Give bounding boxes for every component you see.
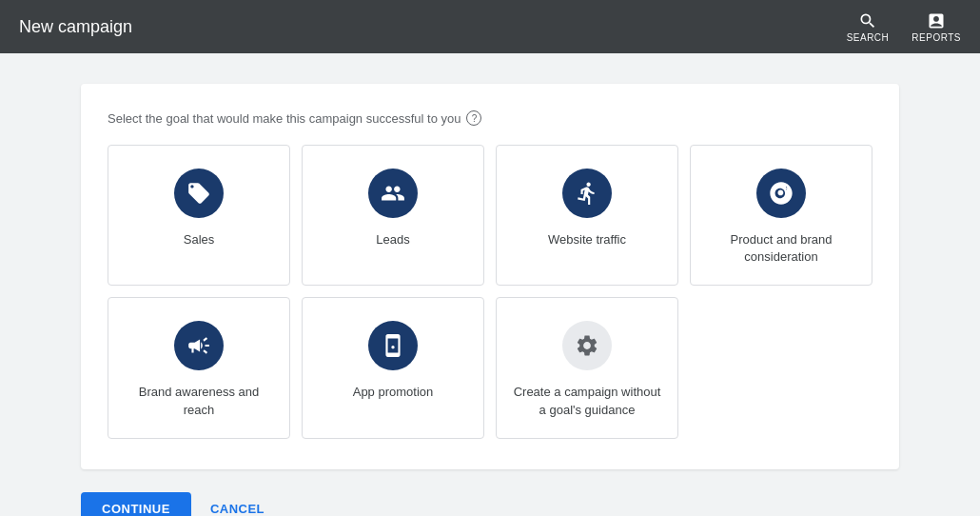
reports-button[interactable]: REPORTS — [911, 11, 961, 43]
goal-leads[interactable]: Leads — [302, 145, 484, 286]
continue-button[interactable]: CONTINUE — [81, 492, 191, 516]
product-brand-label: Product and brand consideration — [706, 231, 856, 266]
sales-icon-circle — [174, 169, 224, 218]
reports-icon — [927, 11, 946, 30]
info-icon[interactable]: ? — [466, 110, 481, 126]
no-guidance-icon-circle — [562, 321, 612, 370]
goals-row-1: Sales Leads Website traffic — [108, 145, 872, 286]
search-button[interactable]: SEARCH — [847, 11, 890, 43]
campaign-goal-card: Select the goal that would make this cam… — [81, 84, 899, 469]
goal-sales[interactable]: Sales — [108, 145, 290, 286]
website-traffic-label: Website traffic — [548, 231, 626, 248]
empty-slot — [690, 297, 872, 438]
gear-icon — [575, 333, 599, 358]
sales-label: Sales — [184, 231, 215, 248]
card-subtitle: Select the goal that would make this cam… — [108, 110, 872, 126]
goal-product-brand[interactable]: Product and brand consideration — [690, 145, 872, 286]
page-title: New campaign — [19, 17, 132, 37]
goal-website-traffic[interactable]: Website traffic — [496, 145, 678, 286]
brand-awareness-label: Brand awareness and reach — [124, 384, 274, 418]
goals-row-2: Brand awareness and reach App promotion — [108, 297, 872, 438]
goal-brand-awareness[interactable]: Brand awareness and reach — [108, 297, 290, 438]
mobile-icon — [381, 333, 405, 358]
app-promotion-icon-circle — [368, 321, 418, 370]
search-label: SEARCH — [847, 32, 890, 43]
product-brand-icon-circle — [756, 169, 806, 218]
bottom-actions: CONTINUE CANCEL — [81, 492, 899, 516]
tag-icon — [186, 181, 211, 206]
header: New campaign SEARCH REPORTS — [0, 0, 980, 53]
website-traffic-icon-circle — [562, 169, 612, 218]
search-icon — [858, 11, 877, 30]
reports-label: REPORTS — [911, 32, 961, 43]
leads-icon-circle — [368, 169, 418, 218]
brand-awareness-icon-circle — [174, 321, 224, 370]
goal-app-promotion[interactable]: App promotion — [302, 297, 484, 438]
no-guidance-label: Create a campaign without a goal's guida… — [512, 384, 662, 418]
people-icon — [381, 181, 405, 206]
cancel-button[interactable]: CANCEL — [206, 492, 268, 516]
main-content: Select the goal that would make this cam… — [0, 53, 980, 516]
header-icons: SEARCH REPORTS — [847, 11, 961, 43]
leads-label: Leads — [376, 231, 409, 248]
goal-no-guidance[interactable]: Create a campaign without a goal's guida… — [496, 297, 678, 438]
megaphone-icon — [186, 333, 211, 358]
app-promotion-label: App promotion — [353, 384, 434, 401]
cursor-icon — [575, 181, 599, 206]
